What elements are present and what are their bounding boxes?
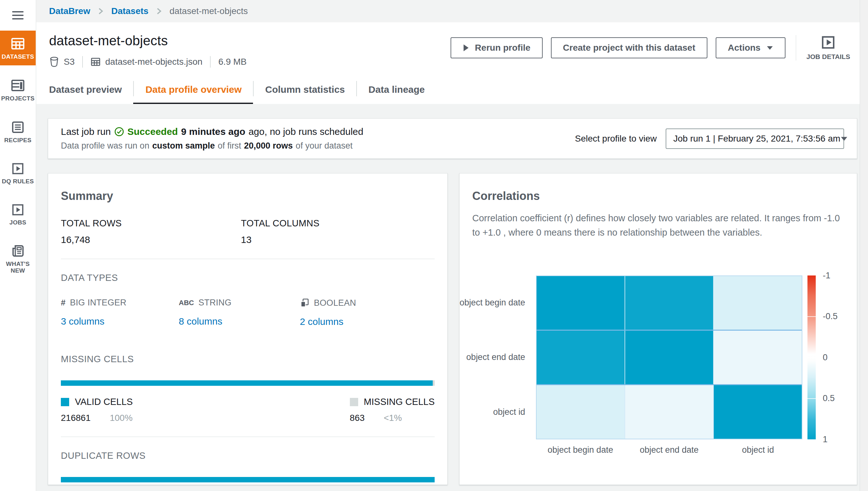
heatmap-cell[interactable] xyxy=(537,276,625,330)
sidebar-item-label: DATASETS xyxy=(2,54,34,60)
sidebar: DATASETS PROJECTS xyxy=(0,0,36,491)
valid-cells-bar-segment xyxy=(61,380,433,386)
page-header: dataset-met-objects S3 xyxy=(36,22,868,104)
tab-bar: Dataset preview Data profile overview Co… xyxy=(49,77,850,104)
header-actions: Rerun profile Create project with this d… xyxy=(451,33,850,61)
correlation-heatmap: object begin dateobject end dateobject i… xyxy=(472,276,844,439)
heatmap-cell[interactable] xyxy=(713,330,802,384)
profile-select[interactable]: Job run 1 | February 25, 2021, 7:53:56 a… xyxy=(666,128,844,149)
heatmap-col-labels: object begin dateobject end dateobject i… xyxy=(536,445,802,455)
sidebar-item-whats-new[interactable]: WHAT'S NEW xyxy=(0,238,36,279)
datasets-table-icon xyxy=(10,37,25,50)
job-run-info: Last job run Succeeded 9 minutes ago ago… xyxy=(61,126,575,151)
play-square-icon xyxy=(11,162,25,175)
heatmap-scale-tick: -0.5 xyxy=(823,312,838,321)
correlations-description: Correlation coefficient (r) defines how … xyxy=(472,211,842,240)
play-square-icon xyxy=(11,203,25,216)
caret-down-icon xyxy=(766,46,773,50)
app-window: DATASETS PROJECTS xyxy=(0,0,868,491)
heatmap-cell[interactable] xyxy=(537,330,625,384)
source-meta: S3 xyxy=(49,56,74,67)
sidebar-item-label: JOBS xyxy=(9,219,26,226)
sidebar-item-projects[interactable]: PROJECTS xyxy=(0,73,36,107)
missing-cells-bar xyxy=(61,380,435,386)
heatmap-cell[interactable] xyxy=(713,276,802,330)
job-details-label: JOB DETAILS xyxy=(806,53,850,61)
heatmap-cell[interactable] xyxy=(537,385,625,439)
caret-down-icon xyxy=(840,136,848,141)
breadcrumb-link-databrew[interactable]: DataBrew xyxy=(49,6,90,16)
missing-cells-label: MISSING CELLS xyxy=(61,354,435,365)
tab-data-profile-overview[interactable]: Data profile overview xyxy=(133,77,253,104)
sidebar-item-dq-rules[interactable]: DQ RULES xyxy=(0,156,36,190)
type-columns-link[interactable]: 8 columns xyxy=(179,316,222,327)
vertical-scrollbar[interactable] xyxy=(860,0,868,491)
divider xyxy=(82,56,83,67)
cyan-swatch xyxy=(61,398,69,406)
tab-column-statistics[interactable]: Column statistics xyxy=(253,77,356,104)
correlation-heatmap-grid xyxy=(536,276,802,439)
valid-cells-count: 216861 xyxy=(61,413,91,423)
missing-cells-block: MISSING CELLS 863 <1% xyxy=(350,397,435,423)
hamburger-menu-icon[interactable] xyxy=(0,0,36,31)
tab-data-lineage[interactable]: Data lineage xyxy=(356,77,436,104)
file-size: 6.9 MB xyxy=(218,57,247,67)
sidebar-item-datasets[interactable]: DATASETS xyxy=(0,31,36,65)
sidebar-item-jobs[interactable]: JOBS xyxy=(0,197,36,231)
heatmap-scale-labels: -1-0.500.51 xyxy=(823,276,855,439)
sidebar-item-label: DQ RULES xyxy=(2,178,34,185)
type-columns-link[interactable]: 2 columns xyxy=(300,316,343,327)
heatmap-cell[interactable] xyxy=(625,330,713,384)
gray-swatch xyxy=(350,398,358,406)
chevron-right-icon xyxy=(156,7,162,15)
sidebar-item-recipes[interactable]: RECIPES xyxy=(0,114,36,149)
profile-select-group: Select profile to view Job run 1 | Febru… xyxy=(575,128,844,149)
job-run-detail-line: Data profile was run on custom sample of… xyxy=(61,141,352,151)
heatmap-col-label: object begin date xyxy=(536,445,625,455)
source-label: S3 xyxy=(64,57,74,67)
tab-dataset-preview[interactable]: Dataset preview xyxy=(49,77,133,104)
type-columns-link[interactable]: 3 columns xyxy=(61,316,104,327)
heatmap-row-labels: object begin dateobject end dateobject i… xyxy=(472,276,536,439)
divider xyxy=(61,259,435,259)
actions-button[interactable]: Actions xyxy=(716,37,785,58)
status-succeeded: Succeeded xyxy=(127,126,178,137)
content-area: Last job run Succeeded 9 minutes ago ago… xyxy=(36,104,868,491)
job-details-icon xyxy=(821,35,836,50)
breadcrumb: DataBrew Datasets dataset-met-objects xyxy=(36,0,868,22)
abc-icon: ABC xyxy=(179,299,194,307)
heatmap-cell[interactable] xyxy=(625,276,713,330)
correlations-heading: Correlations xyxy=(472,190,844,203)
data-types-row: # BIG INTEGER 3 columns ABC STRING 8 col… xyxy=(61,298,435,327)
heatmap-row xyxy=(537,384,802,439)
divider xyxy=(210,56,211,67)
data-types-label: DATA TYPES xyxy=(61,272,435,283)
create-project-button[interactable]: Create project with this dataset xyxy=(551,37,707,58)
profile-select-label: Select profile to view xyxy=(575,134,657,144)
check-circle-icon xyxy=(114,126,124,137)
heatmap-cell[interactable] xyxy=(625,385,713,439)
job-run-status-line: Last job run Succeeded 9 minutes ago ago… xyxy=(61,126,363,137)
summary-stats: TOTAL ROWS 16,748 TOTAL COLUMNS 13 xyxy=(61,218,435,245)
valid-cells-block: VALID CELLS 216861 100% xyxy=(61,397,133,423)
heatmap-row-label: object begin date xyxy=(472,276,536,330)
breadcrumb-link-datasets[interactable]: Datasets xyxy=(111,6,149,16)
type-big-integer: # BIG INTEGER 3 columns xyxy=(61,298,179,327)
heatmap-cell[interactable] xyxy=(713,385,802,439)
missing-cells-bar-segment xyxy=(433,380,435,386)
job-details-button[interactable]: JOB DETAILS xyxy=(806,35,850,61)
table-grid-icon xyxy=(91,57,101,67)
total-rows-value: 16,748 xyxy=(61,234,241,245)
total-columns-value: 13 xyxy=(241,234,435,245)
sidebar-item-label: WHAT'S NEW xyxy=(1,261,35,274)
heatmap-row xyxy=(537,330,802,384)
heatmap-scale-tick: 1 xyxy=(823,434,828,444)
chevron-right-icon xyxy=(98,7,103,15)
file-meta: dataset-met-objects.json xyxy=(91,57,202,67)
total-columns-stat: TOTAL COLUMNS 13 xyxy=(241,218,435,245)
missing-cells-count: 863 xyxy=(350,413,365,423)
valid-cells-pct: 100% xyxy=(110,413,132,423)
heatmap-scale-tick: -1 xyxy=(823,270,830,280)
rerun-profile-button[interactable]: Rerun profile xyxy=(451,37,542,58)
summary-heading: Summary xyxy=(61,190,435,203)
